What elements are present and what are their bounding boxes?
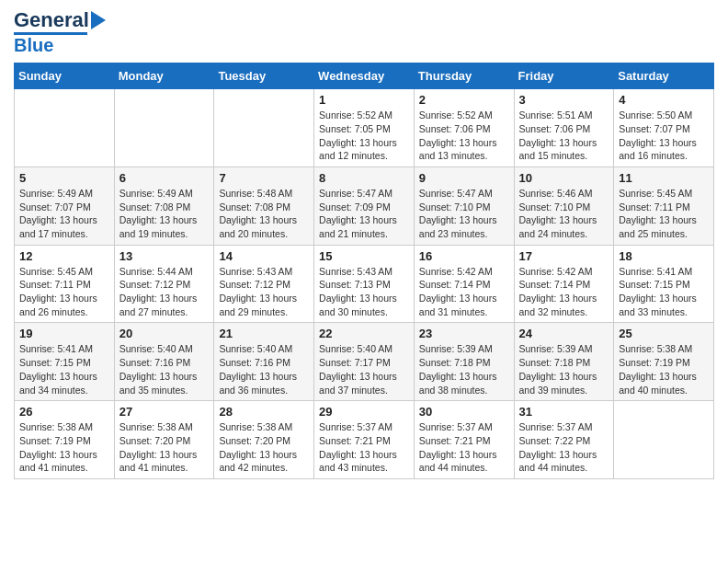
day-number: 24: [519, 327, 609, 340]
day-number: 17: [519, 249, 609, 263]
calendar-cell: [114, 89, 214, 167]
day-info: Sunrise: 5:45 AM Sunset: 7:11 PM Dayligh…: [619, 187, 709, 241]
calendar-cell: 6Sunrise: 5:49 AM Sunset: 7:08 PM Daylig…: [114, 167, 214, 245]
day-info: Sunrise: 5:52 AM Sunset: 7:05 PM Dayligh…: [319, 109, 409, 163]
calendar-cell: [214, 89, 314, 167]
calendar-cell: 1Sunrise: 5:52 AM Sunset: 7:05 PM Daylig…: [314, 89, 415, 167]
day-info: Sunrise: 5:50 AM Sunset: 7:07 PM Dayligh…: [619, 109, 709, 163]
day-info: Sunrise: 5:39 AM Sunset: 7:18 PM Dayligh…: [419, 342, 509, 396]
day-info: Sunrise: 5:37 AM Sunset: 7:21 PM Dayligh…: [419, 420, 509, 475]
calendar-cell: 25Sunrise: 5:38 AM Sunset: 7:19 PM Dayli…: [614, 323, 714, 401]
day-info: Sunrise: 5:47 AM Sunset: 7:10 PM Dayligh…: [419, 187, 509, 241]
calendar-cell: 30Sunrise: 5:37 AM Sunset: 7:21 PM Dayli…: [414, 401, 514, 479]
weekday-header-wednesday: Wednesday: [314, 63, 415, 89]
calendar-cell: 31Sunrise: 5:37 AM Sunset: 7:22 PM Dayli…: [514, 401, 614, 479]
day-info: Sunrise: 5:42 AM Sunset: 7:14 PM Dayligh…: [419, 265, 509, 319]
weekday-header-friday: Friday: [514, 63, 614, 89]
day-number: 22: [319, 327, 409, 340]
day-info: Sunrise: 5:38 AM Sunset: 7:19 PM Dayligh…: [19, 420, 109, 475]
logo-arrow-icon: [91, 11, 106, 29]
calendar-cell: 15Sunrise: 5:43 AM Sunset: 7:13 PM Dayli…: [314, 245, 415, 323]
calendar-cell: 29Sunrise: 5:37 AM Sunset: 7:21 PM Dayli…: [314, 401, 415, 479]
calendar-week-row: 5Sunrise: 5:49 AM Sunset: 7:07 PM Daylig…: [15, 167, 714, 245]
day-number: 9: [419, 171, 509, 185]
day-number: 6: [119, 171, 210, 185]
day-info: Sunrise: 5:44 AM Sunset: 7:12 PM Dayligh…: [119, 265, 210, 319]
day-info: Sunrise: 5:46 AM Sunset: 7:10 PM Dayligh…: [519, 187, 609, 241]
calendar-cell: 27Sunrise: 5:38 AM Sunset: 7:20 PM Dayli…: [114, 401, 214, 479]
day-number: 8: [319, 171, 409, 185]
weekday-header-saturday: Saturday: [614, 63, 714, 89]
day-number: 25: [619, 327, 709, 340]
day-info: Sunrise: 5:52 AM Sunset: 7:06 PM Dayligh…: [419, 109, 509, 163]
calendar-cell: 16Sunrise: 5:42 AM Sunset: 7:14 PM Dayli…: [414, 245, 514, 323]
day-info: Sunrise: 5:38 AM Sunset: 7:20 PM Dayligh…: [119, 420, 210, 475]
calendar-cell: 11Sunrise: 5:45 AM Sunset: 7:11 PM Dayli…: [614, 167, 714, 245]
calendar-cell: 20Sunrise: 5:40 AM Sunset: 7:16 PM Dayli…: [114, 323, 214, 401]
day-number: 29: [319, 405, 409, 419]
weekday-header-thursday: Thursday: [414, 63, 514, 89]
calendar-cell: [614, 401, 714, 479]
logo: General Blue: [14, 9, 106, 55]
calendar-cell: [15, 89, 115, 167]
calendar-week-row: 19Sunrise: 5:41 AM Sunset: 7:15 PM Dayli…: [15, 323, 714, 401]
day-number: 19: [19, 327, 109, 340]
logo-text-blue: Blue: [14, 35, 53, 55]
calendar-cell: 14Sunrise: 5:43 AM Sunset: 7:12 PM Dayli…: [214, 245, 314, 323]
calendar-cell: 22Sunrise: 5:40 AM Sunset: 7:17 PM Dayli…: [314, 323, 415, 401]
day-number: 18: [619, 249, 709, 263]
day-number: 31: [519, 405, 609, 419]
day-number: 7: [219, 171, 309, 185]
calendar-cell: 9Sunrise: 5:47 AM Sunset: 7:10 PM Daylig…: [414, 167, 514, 245]
calendar-week-row: 12Sunrise: 5:45 AM Sunset: 7:11 PM Dayli…: [15, 245, 714, 323]
day-number: 26: [19, 405, 109, 419]
day-info: Sunrise: 5:39 AM Sunset: 7:18 PM Dayligh…: [519, 342, 609, 396]
day-info: Sunrise: 5:49 AM Sunset: 7:07 PM Dayligh…: [19, 187, 109, 241]
calendar-cell: 18Sunrise: 5:41 AM Sunset: 7:15 PM Dayli…: [614, 245, 714, 323]
calendar-cell: 28Sunrise: 5:38 AM Sunset: 7:20 PM Dayli…: [214, 401, 314, 479]
day-info: Sunrise: 5:43 AM Sunset: 7:12 PM Dayligh…: [219, 265, 309, 319]
calendar-cell: 21Sunrise: 5:40 AM Sunset: 7:16 PM Dayli…: [214, 323, 314, 401]
day-info: Sunrise: 5:42 AM Sunset: 7:14 PM Dayligh…: [519, 265, 609, 319]
day-number: 4: [619, 93, 709, 107]
day-number: 10: [519, 171, 609, 185]
calendar-week-row: 26Sunrise: 5:38 AM Sunset: 7:19 PM Dayli…: [15, 401, 714, 479]
day-info: Sunrise: 5:48 AM Sunset: 7:08 PM Dayligh…: [219, 187, 309, 241]
day-number: 20: [119, 327, 210, 340]
weekday-header-tuesday: Tuesday: [214, 63, 314, 89]
day-number: 16: [419, 249, 509, 263]
day-number: 11: [619, 171, 709, 185]
day-info: Sunrise: 5:41 AM Sunset: 7:15 PM Dayligh…: [19, 342, 109, 396]
day-info: Sunrise: 5:51 AM Sunset: 7:06 PM Dayligh…: [519, 109, 609, 163]
logo-text-general: General: [14, 9, 89, 31]
day-info: Sunrise: 5:45 AM Sunset: 7:11 PM Dayligh…: [19, 265, 109, 319]
calendar-cell: 5Sunrise: 5:49 AM Sunset: 7:07 PM Daylig…: [15, 167, 115, 245]
calendar-cell: 10Sunrise: 5:46 AM Sunset: 7:10 PM Dayli…: [514, 167, 614, 245]
calendar-cell: 17Sunrise: 5:42 AM Sunset: 7:14 PM Dayli…: [514, 245, 614, 323]
day-number: 30: [419, 405, 509, 419]
calendar-cell: 13Sunrise: 5:44 AM Sunset: 7:12 PM Dayli…: [114, 245, 214, 323]
weekday-header-monday: Monday: [114, 63, 214, 89]
calendar-cell: 19Sunrise: 5:41 AM Sunset: 7:15 PM Dayli…: [15, 323, 115, 401]
day-info: Sunrise: 5:37 AM Sunset: 7:21 PM Dayligh…: [319, 420, 409, 475]
day-number: 27: [119, 405, 210, 419]
weekday-header-sunday: Sunday: [15, 63, 115, 89]
day-info: Sunrise: 5:40 AM Sunset: 7:16 PM Dayligh…: [119, 342, 210, 396]
day-info: Sunrise: 5:49 AM Sunset: 7:08 PM Dayligh…: [119, 187, 210, 241]
day-number: 21: [219, 327, 309, 340]
calendar-header-row: SundayMondayTuesdayWednesdayThursdayFrid…: [15, 63, 714, 89]
day-number: 3: [519, 93, 609, 107]
day-number: 13: [119, 249, 210, 263]
day-info: Sunrise: 5:40 AM Sunset: 7:16 PM Dayligh…: [219, 342, 309, 396]
calendar-cell: 12Sunrise: 5:45 AM Sunset: 7:11 PM Dayli…: [15, 245, 115, 323]
calendar-cell: 4Sunrise: 5:50 AM Sunset: 7:07 PM Daylig…: [614, 89, 714, 167]
day-info: Sunrise: 5:38 AM Sunset: 7:19 PM Dayligh…: [619, 342, 709, 396]
calendar-week-row: 1Sunrise: 5:52 AM Sunset: 7:05 PM Daylig…: [15, 89, 714, 167]
calendar-cell: 8Sunrise: 5:47 AM Sunset: 7:09 PM Daylig…: [314, 167, 415, 245]
calendar-cell: 7Sunrise: 5:48 AM Sunset: 7:08 PM Daylig…: [214, 167, 314, 245]
calendar-cell: 3Sunrise: 5:51 AM Sunset: 7:06 PM Daylig…: [514, 89, 614, 167]
day-number: 28: [219, 405, 309, 419]
calendar-cell: 26Sunrise: 5:38 AM Sunset: 7:19 PM Dayli…: [15, 401, 115, 479]
day-info: Sunrise: 5:43 AM Sunset: 7:13 PM Dayligh…: [319, 265, 409, 319]
day-number: 12: [19, 249, 109, 263]
